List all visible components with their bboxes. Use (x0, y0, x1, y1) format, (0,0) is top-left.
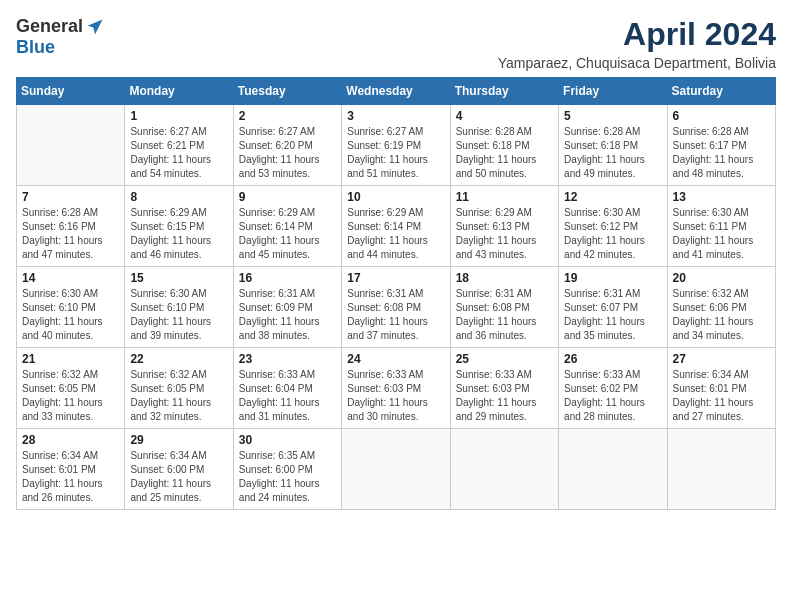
day-number: 20 (673, 271, 770, 285)
header-thursday: Thursday (450, 78, 558, 105)
day-number: 10 (347, 190, 444, 204)
calendar-week-1: 1Sunrise: 6:27 AM Sunset: 6:21 PM Daylig… (17, 105, 776, 186)
calendar-cell (17, 105, 125, 186)
day-info: Sunrise: 6:34 AM Sunset: 6:00 PM Dayligh… (130, 449, 227, 505)
day-number: 5 (564, 109, 661, 123)
calendar-cell: 17Sunrise: 6:31 AM Sunset: 6:08 PM Dayli… (342, 267, 450, 348)
calendar-cell: 30Sunrise: 6:35 AM Sunset: 6:00 PM Dayli… (233, 429, 341, 510)
calendar-cell: 12Sunrise: 6:30 AM Sunset: 6:12 PM Dayli… (559, 186, 667, 267)
day-info: Sunrise: 6:31 AM Sunset: 6:09 PM Dayligh… (239, 287, 336, 343)
calendar-cell: 26Sunrise: 6:33 AM Sunset: 6:02 PM Dayli… (559, 348, 667, 429)
day-number: 8 (130, 190, 227, 204)
calendar-table: Sunday Monday Tuesday Wednesday Thursday… (16, 77, 776, 510)
day-info: Sunrise: 6:28 AM Sunset: 6:16 PM Dayligh… (22, 206, 119, 262)
header-monday: Monday (125, 78, 233, 105)
title-section: April 2024 Yamparaez, Chuquisaca Departm… (498, 16, 776, 71)
calendar-cell: 11Sunrise: 6:29 AM Sunset: 6:13 PM Dayli… (450, 186, 558, 267)
calendar-cell: 8Sunrise: 6:29 AM Sunset: 6:15 PM Daylig… (125, 186, 233, 267)
day-number: 29 (130, 433, 227, 447)
calendar-cell (342, 429, 450, 510)
day-info: Sunrise: 6:27 AM Sunset: 6:21 PM Dayligh… (130, 125, 227, 181)
day-number: 11 (456, 190, 553, 204)
day-info: Sunrise: 6:33 AM Sunset: 6:03 PM Dayligh… (347, 368, 444, 424)
header-tuesday: Tuesday (233, 78, 341, 105)
day-number: 24 (347, 352, 444, 366)
calendar-cell: 23Sunrise: 6:33 AM Sunset: 6:04 PM Dayli… (233, 348, 341, 429)
day-info: Sunrise: 6:29 AM Sunset: 6:15 PM Dayligh… (130, 206, 227, 262)
header-sunday: Sunday (17, 78, 125, 105)
calendar-cell: 3Sunrise: 6:27 AM Sunset: 6:19 PM Daylig… (342, 105, 450, 186)
calendar-cell: 13Sunrise: 6:30 AM Sunset: 6:11 PM Dayli… (667, 186, 775, 267)
calendar-week-3: 14Sunrise: 6:30 AM Sunset: 6:10 PM Dayli… (17, 267, 776, 348)
calendar-cell: 14Sunrise: 6:30 AM Sunset: 6:10 PM Dayli… (17, 267, 125, 348)
day-number: 27 (673, 352, 770, 366)
day-info: Sunrise: 6:33 AM Sunset: 6:02 PM Dayligh… (564, 368, 661, 424)
day-info: Sunrise: 6:33 AM Sunset: 6:04 PM Dayligh… (239, 368, 336, 424)
day-number: 14 (22, 271, 119, 285)
calendar-cell: 18Sunrise: 6:31 AM Sunset: 6:08 PM Dayli… (450, 267, 558, 348)
day-info: Sunrise: 6:35 AM Sunset: 6:00 PM Dayligh… (239, 449, 336, 505)
day-info: Sunrise: 6:29 AM Sunset: 6:14 PM Dayligh… (239, 206, 336, 262)
calendar-cell: 20Sunrise: 6:32 AM Sunset: 6:06 PM Dayli… (667, 267, 775, 348)
day-info: Sunrise: 6:30 AM Sunset: 6:11 PM Dayligh… (673, 206, 770, 262)
day-info: Sunrise: 6:30 AM Sunset: 6:12 PM Dayligh… (564, 206, 661, 262)
calendar-cell: 24Sunrise: 6:33 AM Sunset: 6:03 PM Dayli… (342, 348, 450, 429)
day-number: 19 (564, 271, 661, 285)
logo-bird-icon (85, 17, 105, 37)
calendar-header-row: Sunday Monday Tuesday Wednesday Thursday… (17, 78, 776, 105)
logo: General Blue (16, 16, 105, 58)
month-title: April 2024 (498, 16, 776, 53)
day-info: Sunrise: 6:30 AM Sunset: 6:10 PM Dayligh… (22, 287, 119, 343)
calendar-cell: 10Sunrise: 6:29 AM Sunset: 6:14 PM Dayli… (342, 186, 450, 267)
day-number: 3 (347, 109, 444, 123)
day-number: 21 (22, 352, 119, 366)
day-number: 22 (130, 352, 227, 366)
day-number: 12 (564, 190, 661, 204)
day-info: Sunrise: 6:31 AM Sunset: 6:07 PM Dayligh… (564, 287, 661, 343)
day-info: Sunrise: 6:29 AM Sunset: 6:14 PM Dayligh… (347, 206, 444, 262)
day-number: 7 (22, 190, 119, 204)
day-number: 30 (239, 433, 336, 447)
page-header: General Blue April 2024 Yamparaez, Chuqu… (16, 16, 776, 71)
calendar-cell: 6Sunrise: 6:28 AM Sunset: 6:17 PM Daylig… (667, 105, 775, 186)
calendar-cell: 9Sunrise: 6:29 AM Sunset: 6:14 PM Daylig… (233, 186, 341, 267)
calendar-cell: 22Sunrise: 6:32 AM Sunset: 6:05 PM Dayli… (125, 348, 233, 429)
calendar-cell: 15Sunrise: 6:30 AM Sunset: 6:10 PM Dayli… (125, 267, 233, 348)
day-number: 9 (239, 190, 336, 204)
day-info: Sunrise: 6:32 AM Sunset: 6:06 PM Dayligh… (673, 287, 770, 343)
header-wednesday: Wednesday (342, 78, 450, 105)
calendar-cell: 4Sunrise: 6:28 AM Sunset: 6:18 PM Daylig… (450, 105, 558, 186)
day-number: 26 (564, 352, 661, 366)
day-info: Sunrise: 6:34 AM Sunset: 6:01 PM Dayligh… (22, 449, 119, 505)
day-number: 6 (673, 109, 770, 123)
location-title: Yamparaez, Chuquisaca Department, Bolivi… (498, 55, 776, 71)
day-info: Sunrise: 6:33 AM Sunset: 6:03 PM Dayligh… (456, 368, 553, 424)
calendar-week-4: 21Sunrise: 6:32 AM Sunset: 6:05 PM Dayli… (17, 348, 776, 429)
calendar-cell (667, 429, 775, 510)
day-number: 15 (130, 271, 227, 285)
calendar-cell: 19Sunrise: 6:31 AM Sunset: 6:07 PM Dayli… (559, 267, 667, 348)
day-info: Sunrise: 6:28 AM Sunset: 6:18 PM Dayligh… (456, 125, 553, 181)
day-number: 28 (22, 433, 119, 447)
day-info: Sunrise: 6:32 AM Sunset: 6:05 PM Dayligh… (130, 368, 227, 424)
logo-blue-text: Blue (16, 37, 55, 58)
day-number: 17 (347, 271, 444, 285)
calendar-week-2: 7Sunrise: 6:28 AM Sunset: 6:16 PM Daylig… (17, 186, 776, 267)
logo-general-text: General (16, 16, 83, 37)
day-number: 25 (456, 352, 553, 366)
calendar-cell: 5Sunrise: 6:28 AM Sunset: 6:18 PM Daylig… (559, 105, 667, 186)
day-info: Sunrise: 6:30 AM Sunset: 6:10 PM Dayligh… (130, 287, 227, 343)
day-number: 23 (239, 352, 336, 366)
header-saturday: Saturday (667, 78, 775, 105)
day-number: 18 (456, 271, 553, 285)
day-number: 16 (239, 271, 336, 285)
day-info: Sunrise: 6:31 AM Sunset: 6:08 PM Dayligh… (456, 287, 553, 343)
calendar-cell (450, 429, 558, 510)
day-info: Sunrise: 6:27 AM Sunset: 6:19 PM Dayligh… (347, 125, 444, 181)
day-number: 4 (456, 109, 553, 123)
day-info: Sunrise: 6:28 AM Sunset: 6:17 PM Dayligh… (673, 125, 770, 181)
calendar-cell: 21Sunrise: 6:32 AM Sunset: 6:05 PM Dayli… (17, 348, 125, 429)
calendar-cell: 7Sunrise: 6:28 AM Sunset: 6:16 PM Daylig… (17, 186, 125, 267)
day-info: Sunrise: 6:28 AM Sunset: 6:18 PM Dayligh… (564, 125, 661, 181)
day-info: Sunrise: 6:27 AM Sunset: 6:20 PM Dayligh… (239, 125, 336, 181)
